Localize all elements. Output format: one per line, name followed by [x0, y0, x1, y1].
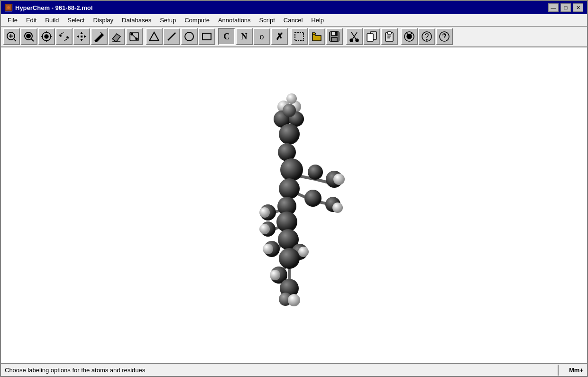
svg-rect-32: [331, 37, 337, 41]
status-bar: Choose labeling options for the atoms an…: [1, 363, 587, 376]
menu-help[interactable]: Help: [307, 16, 328, 25]
info-button[interactable]: [436, 28, 453, 45]
select-tool-button[interactable]: [38, 28, 55, 45]
zoom-out-button[interactable]: [20, 28, 37, 45]
translate-button[interactable]: [73, 28, 90, 45]
svg-rect-29: [295, 32, 303, 41]
svg-point-81: [333, 174, 345, 185]
svg-point-82: [280, 158, 303, 181]
svg-point-11: [45, 35, 48, 38]
cut-button[interactable]: [346, 28, 363, 45]
rectangle-button[interactable]: [198, 28, 215, 45]
circle-button[interactable]: [181, 28, 198, 45]
menu-annotations[interactable]: Annotations: [214, 16, 255, 25]
svg-point-92: [259, 224, 270, 234]
svg-point-2: [7, 6, 10, 9]
line-button[interactable]: [163, 28, 180, 45]
svg-line-26: [168, 33, 175, 40]
svg-point-73: [286, 93, 297, 104]
status-message: Choose labeling options for the atoms an…: [1, 365, 559, 376]
svg-rect-20: [81, 36, 83, 37]
main-window: HyperChem - 961-68-2.mol — □ ✕ File Edit…: [0, 0, 588, 377]
svg-marker-18: [77, 35, 79, 38]
close-button[interactable]: ✕: [573, 3, 583, 12]
svg-point-79: [308, 165, 323, 180]
delete-atom-button[interactable]: ✗: [271, 28, 288, 45]
svg-point-8: [27, 34, 30, 38]
svg-rect-41: [387, 32, 391, 34]
title-bar: HyperChem - 961-68-2.mol — □ ✕: [1, 1, 587, 14]
triangle-button[interactable]: [146, 28, 163, 45]
menu-bar: File Edit Build Select Display Databases…: [1, 14, 587, 27]
eraser-button[interactable]: [108, 28, 125, 45]
copy-button[interactable]: [363, 28, 380, 45]
paste-button[interactable]: [381, 28, 398, 45]
select-rect-button[interactable]: [291, 28, 308, 45]
svg-marker-19: [84, 35, 86, 38]
svg-point-76: [283, 104, 296, 117]
zoom-in-button[interactable]: [3, 28, 20, 45]
svg-point-23: [131, 33, 133, 35]
svg-point-37: [356, 39, 358, 42]
save-button[interactable]: [326, 28, 343, 45]
open-button[interactable]: [308, 28, 325, 45]
molecule-display: [194, 87, 394, 324]
svg-marker-16: [80, 32, 83, 34]
menu-file[interactable]: File: [4, 16, 21, 25]
menu-build[interactable]: Build: [41, 16, 63, 25]
svg-point-103: [288, 294, 300, 306]
status-mode: Mm+: [559, 365, 587, 376]
menu-compute[interactable]: Compute: [181, 16, 213, 25]
svg-point-88: [259, 207, 270, 218]
menu-edit[interactable]: Edit: [22, 16, 40, 25]
minimize-button[interactable]: —: [548, 3, 559, 12]
window-controls: — □ ✕: [548, 3, 583, 12]
svg-point-86: [332, 202, 343, 213]
menu-script[interactable]: Script: [256, 16, 279, 25]
menu-display[interactable]: Display: [89, 16, 117, 25]
svg-point-95: [263, 244, 273, 254]
rotate-button[interactable]: [55, 28, 73, 45]
menu-setup[interactable]: Setup: [156, 16, 180, 25]
svg-point-100: [270, 270, 280, 280]
app-icon: [5, 4, 12, 11]
svg-point-84: [304, 190, 322, 207]
svg-point-24: [136, 38, 138, 40]
svg-marker-25: [149, 32, 159, 41]
svg-line-6: [14, 39, 16, 41]
svg-point-36: [350, 39, 353, 42]
menu-databases[interactable]: Databases: [118, 16, 155, 25]
svg-point-98: [279, 248, 300, 269]
svg-point-77: [279, 124, 300, 145]
draw-atom-button[interactable]: [91, 28, 108, 45]
svg-marker-17: [80, 39, 83, 41]
toolbar: C N o ✗: [1, 27, 587, 47]
svg-point-47: [426, 39, 427, 40]
svg-rect-33: [335, 32, 337, 35]
maximize-button[interactable]: □: [560, 3, 571, 12]
menu-cancel[interactable]: Cancel: [280, 16, 306, 25]
nitrogen-button[interactable]: N: [236, 28, 253, 45]
window-title: HyperChem - 961-68-2.mol: [15, 4, 92, 11]
molecular-canvas[interactable]: [1, 47, 587, 363]
svg-line-9: [31, 39, 34, 41]
svg-rect-28: [202, 33, 211, 40]
menu-select[interactable]: Select: [64, 16, 88, 25]
svg-point-27: [185, 32, 193, 41]
question-button[interactable]: [418, 28, 435, 45]
svg-rect-39: [367, 34, 373, 41]
carbon-button[interactable]: C: [218, 28, 235, 45]
svg-point-83: [279, 178, 300, 199]
svg-point-97: [298, 247, 309, 257]
oxygen-button[interactable]: o: [253, 28, 270, 45]
title-bar-left: HyperChem - 961-68-2.mol: [5, 4, 92, 11]
help-button[interactable]: [401, 28, 418, 45]
bond-button[interactable]: [126, 28, 143, 45]
